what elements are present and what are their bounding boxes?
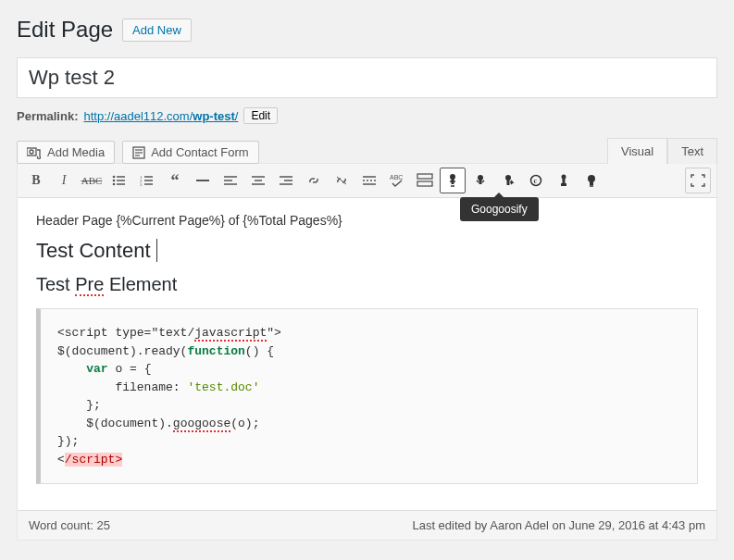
spell-error: Pre [75, 274, 104, 296]
bullet-list-button[interactable] [106, 168, 132, 193]
svg-rect-56 [563, 179, 566, 183]
permalink-slug[interactable]: wp-test [193, 109, 235, 123]
svg-rect-38 [417, 181, 432, 186]
align-left-button[interactable] [218, 168, 243, 193]
strikethrough-button[interactable]: ABC [79, 168, 105, 193]
tooltip-googoosify: Googoosify [460, 197, 539, 221]
svg-line-50 [482, 180, 484, 182]
svg-rect-0 [27, 148, 36, 156]
googoosify-button[interactable] [440, 168, 466, 193]
content-heading-1[interactable]: Test Content [36, 239, 698, 263]
last-edited: Last edited by Aaron Adel on June 29, 20… [412, 518, 705, 532]
align-right-button[interactable] [273, 168, 299, 193]
add-contact-form-button[interactable]: Add Contact Form [122, 141, 259, 164]
permalink-edit-button[interactable]: Edit [243, 107, 278, 124]
svg-point-10 [113, 183, 116, 186]
svg-rect-59 [590, 181, 593, 185]
svg-text:ABC: ABC [390, 174, 403, 180]
svg-rect-48 [479, 180, 482, 184]
editor-top-row: Add Media Add Contact Form Visual Text [17, 137, 717, 164]
svg-rect-33 [417, 174, 432, 179]
tab-text[interactable]: Text [667, 138, 717, 165]
svg-text:c: c [534, 177, 538, 185]
content-heading-2[interactable]: Test Pre Element [36, 274, 698, 295]
horizontal-rule-button[interactable] [190, 168, 216, 193]
link-button[interactable] [301, 168, 327, 193]
editor-tabs: Visual Text [607, 137, 717, 164]
svg-text:3: 3 [140, 182, 143, 187]
text-cursor [151, 239, 157, 262]
tab-visual[interactable]: Visual [607, 138, 667, 165]
permalink-base[interactable]: http://aadel112.com/ [83, 109, 193, 123]
svg-rect-57 [561, 183, 566, 186]
svg-point-6 [113, 176, 116, 179]
editor-content[interactable]: Header Page {%Current Page%} of {%Total … [18, 198, 716, 510]
plugin-lightbulb-button[interactable] [578, 168, 604, 193]
bold-button[interactable]: B [23, 168, 49, 193]
read-more-button[interactable] [356, 168, 382, 193]
editor-toolbar: B I ABC 123 “ ABC [18, 164, 716, 198]
content-header-line[interactable]: Header Page {%Current Page%} of {%Total … [36, 213, 698, 228]
plugin-tag-button[interactable] [551, 168, 577, 193]
permalink-row: Permalink: http://aadel112.com/wp-test/ … [17, 107, 717, 124]
svg-line-49 [477, 180, 479, 182]
permalink-label: Permalink: [17, 109, 78, 123]
fullscreen-button[interactable] [685, 168, 711, 193]
toolbar-toggle-button[interactable] [412, 168, 438, 193]
post-title-input[interactable] [17, 57, 717, 98]
code-block[interactable]: <script type="text/javascript"> $(docume… [36, 308, 698, 484]
page-title: Edit Page [17, 17, 113, 43]
svg-rect-52 [507, 180, 510, 185]
svg-point-55 [562, 175, 566, 180]
permalink-link-wrap[interactable]: http://aadel112.com/wp-test/ [83, 109, 238, 123]
plugin-forward-button[interactable] [495, 168, 521, 193]
add-new-button[interactable]: Add New [122, 19, 192, 42]
editor-wrap: B I ABC 123 “ ABC [17, 163, 717, 541]
form-icon [132, 146, 145, 159]
svg-point-1 [30, 150, 33, 154]
add-media-label: Add Media [47, 145, 105, 159]
plugin-copyright-button[interactable]: c [523, 168, 549, 193]
plugin-hide-button[interactable] [467, 168, 493, 193]
italic-button[interactable]: I [51, 168, 77, 193]
permalink-trail[interactable]: / [235, 109, 239, 123]
page-header: Edit Page Add New [17, 17, 717, 43]
unlink-button[interactable] [329, 168, 355, 193]
blockquote-button[interactable]: “ [162, 168, 188, 193]
word-count: Word count: 25 [29, 518, 110, 532]
svg-point-8 [113, 180, 116, 182]
camera-music-icon [27, 146, 42, 159]
spellcheck-button[interactable]: ABC [384, 168, 410, 193]
editor-footer: Word count: 25 Last edited by Aaron Adel… [18, 510, 716, 540]
svg-point-58 [588, 175, 595, 182]
numbered-list-button[interactable]: 123 [134, 168, 160, 193]
add-contact-form-label: Add Contact Form [151, 145, 249, 159]
align-center-button[interactable] [245, 168, 271, 193]
media-buttons: Add Media Add Contact Form [17, 141, 259, 164]
add-media-button[interactable]: Add Media [17, 141, 115, 164]
